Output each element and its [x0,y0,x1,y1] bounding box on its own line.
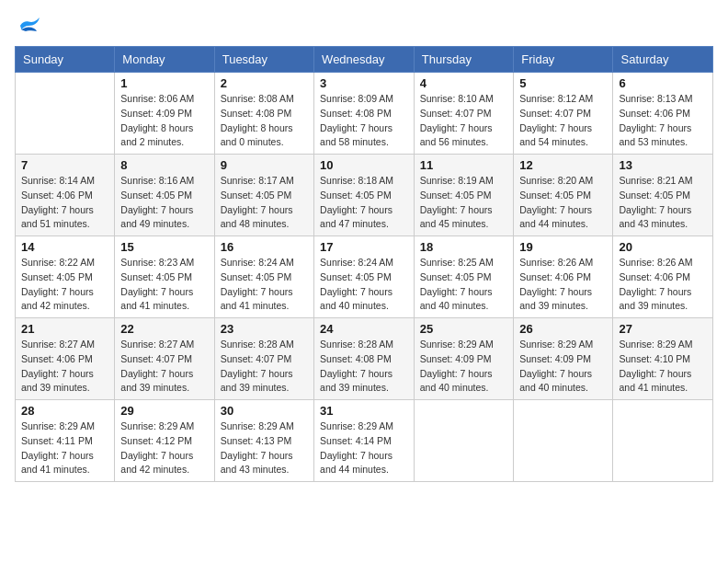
calendar-body: 1Sunrise: 8:06 AMSunset: 4:09 PMDaylight… [16,73,713,482]
calendar-cell: 8Sunrise: 8:16 AMSunset: 4:05 PMDaylight… [115,155,214,236]
weekday-header-friday: Friday [514,47,613,73]
weekday-header-monday: Monday [115,47,214,73]
logo [15,15,46,37]
weekday-header-saturday: Saturday [613,47,713,73]
day-info: Sunrise: 8:28 AMSunset: 4:08 PMDaylight:… [320,338,408,396]
day-info: Sunrise: 8:10 AMSunset: 4:07 PMDaylight:… [420,92,507,150]
calendar-cell [514,400,613,482]
day-info: Sunrise: 8:19 AMSunset: 4:05 PMDaylight:… [420,174,507,232]
day-info: Sunrise: 8:21 AMSunset: 4:05 PMDaylight:… [619,174,707,232]
day-info: Sunrise: 8:28 AMSunset: 4:07 PMDaylight:… [221,338,308,396]
day-info: Sunrise: 8:16 AMSunset: 4:05 PMDaylight:… [120,174,208,232]
calendar-cell: 22Sunrise: 8:27 AMSunset: 4:07 PMDayligh… [115,318,214,400]
day-number: 1 [120,76,208,90]
day-number: 26 [519,322,607,336]
day-number: 21 [21,322,108,336]
weekday-header-wednesday: Wednesday [314,47,415,73]
day-info: Sunrise: 8:22 AMSunset: 4:05 PMDaylight:… [21,256,108,314]
day-info: Sunrise: 8:25 AMSunset: 4:05 PMDaylight:… [420,256,507,314]
calendar-cell: 15Sunrise: 8:23 AMSunset: 4:05 PMDayligh… [115,236,214,318]
day-info: Sunrise: 8:12 AMSunset: 4:07 PMDaylight:… [519,92,607,150]
day-number: 8 [120,158,208,172]
day-number: 10 [320,158,408,172]
day-info: Sunrise: 8:29 AMSunset: 4:10 PMDaylight:… [619,338,707,396]
calendar-week-2: 14Sunrise: 8:22 AMSunset: 4:05 PMDayligh… [16,236,713,318]
day-number: 16 [221,240,308,254]
day-number: 25 [420,322,507,336]
calendar-week-3: 21Sunrise: 8:27 AMSunset: 4:06 PMDayligh… [16,318,713,400]
day-number: 30 [221,404,308,418]
calendar-cell: 31Sunrise: 8:29 AMSunset: 4:14 PMDayligh… [314,400,415,482]
day-number: 20 [619,240,707,254]
weekday-header-sunday: Sunday [16,47,115,73]
calendar-cell: 29Sunrise: 8:29 AMSunset: 4:12 PMDayligh… [115,400,214,482]
calendar-cell: 2Sunrise: 8:08 AMSunset: 4:08 PMDaylight… [214,73,313,155]
calendar-cell: 27Sunrise: 8:29 AMSunset: 4:10 PMDayligh… [613,318,713,400]
day-info: Sunrise: 8:14 AMSunset: 4:06 PMDaylight:… [21,174,108,232]
day-info: Sunrise: 8:27 AMSunset: 4:07 PMDaylight:… [120,338,208,396]
calendar-cell: 1Sunrise: 8:06 AMSunset: 4:09 PMDaylight… [115,73,214,155]
day-number: 18 [420,240,507,254]
calendar-cell: 30Sunrise: 8:29 AMSunset: 4:13 PMDayligh… [214,400,313,482]
day-number: 24 [320,322,408,336]
day-info: Sunrise: 8:18 AMSunset: 4:05 PMDaylight:… [320,174,408,232]
weekday-header-thursday: Thursday [414,47,513,73]
calendar-cell [16,73,115,155]
day-info: Sunrise: 8:13 AMSunset: 4:06 PMDaylight:… [619,92,707,150]
day-info: Sunrise: 8:24 AMSunset: 4:05 PMDaylight:… [221,256,308,314]
day-number: 14 [21,240,108,254]
calendar-week-4: 28Sunrise: 8:29 AMSunset: 4:11 PMDayligh… [16,400,713,482]
day-info: Sunrise: 8:20 AMSunset: 4:05 PMDaylight:… [519,174,607,232]
day-number: 3 [320,76,408,90]
day-info: Sunrise: 8:29 AMSunset: 4:14 PMDaylight:… [320,419,408,477]
calendar-week-1: 7Sunrise: 8:14 AMSunset: 4:06 PMDaylight… [16,155,713,236]
calendar-cell: 3Sunrise: 8:09 AMSunset: 4:08 PMDaylight… [314,73,415,155]
calendar-cell: 14Sunrise: 8:22 AMSunset: 4:05 PMDayligh… [16,236,115,318]
calendar-cell: 6Sunrise: 8:13 AMSunset: 4:06 PMDaylight… [613,73,713,155]
calendar-cell [613,400,713,482]
weekday-header-row: SundayMondayTuesdayWednesdayThursdayFrid… [16,47,713,73]
day-number: 13 [619,158,707,172]
calendar-cell: 12Sunrise: 8:20 AMSunset: 4:05 PMDayligh… [514,155,613,236]
day-number: 27 [619,322,707,336]
day-info: Sunrise: 8:29 AMSunset: 4:09 PMDaylight:… [420,338,507,396]
calendar-cell: 24Sunrise: 8:28 AMSunset: 4:08 PMDayligh… [314,318,415,400]
day-number: 12 [519,158,607,172]
day-info: Sunrise: 8:29 AMSunset: 4:09 PMDaylight:… [519,338,607,396]
day-number: 28 [21,404,108,418]
day-info: Sunrise: 8:29 AMSunset: 4:13 PMDaylight:… [221,419,308,477]
day-info: Sunrise: 8:24 AMSunset: 4:05 PMDaylight:… [320,256,408,314]
day-number: 9 [221,158,308,172]
calendar-cell: 26Sunrise: 8:29 AMSunset: 4:09 PMDayligh… [514,318,613,400]
day-info: Sunrise: 8:06 AMSunset: 4:09 PMDaylight:… [120,92,208,150]
day-number: 31 [320,404,408,418]
day-number: 19 [519,240,607,254]
page-header [15,15,713,37]
calendar-cell [414,400,513,482]
day-number: 11 [420,158,507,172]
day-info: Sunrise: 8:27 AMSunset: 4:06 PMDaylight:… [21,338,108,396]
day-number: 6 [619,76,707,90]
calendar-cell: 28Sunrise: 8:29 AMSunset: 4:11 PMDayligh… [16,400,115,482]
day-number: 2 [221,76,308,90]
calendar-week-0: 1Sunrise: 8:06 AMSunset: 4:09 PMDaylight… [16,73,713,155]
calendar-cell: 25Sunrise: 8:29 AMSunset: 4:09 PMDayligh… [414,318,513,400]
calendar-cell: 7Sunrise: 8:14 AMSunset: 4:06 PMDaylight… [16,155,115,236]
calendar-cell: 19Sunrise: 8:26 AMSunset: 4:06 PMDayligh… [514,236,613,318]
day-number: 15 [120,240,208,254]
calendar-cell: 21Sunrise: 8:27 AMSunset: 4:06 PMDayligh… [16,318,115,400]
day-info: Sunrise: 8:23 AMSunset: 4:05 PMDaylight:… [120,256,208,314]
day-number: 22 [120,322,208,336]
weekday-header-tuesday: Tuesday [214,47,313,73]
day-number: 7 [21,158,108,172]
day-info: Sunrise: 8:29 AMSunset: 4:11 PMDaylight:… [21,419,108,477]
calendar-cell: 17Sunrise: 8:24 AMSunset: 4:05 PMDayligh… [314,236,415,318]
day-number: 17 [320,240,408,254]
day-info: Sunrise: 8:17 AMSunset: 4:05 PMDaylight:… [221,174,308,232]
day-info: Sunrise: 8:09 AMSunset: 4:08 PMDaylight:… [320,92,408,150]
day-number: 5 [519,76,607,90]
day-info: Sunrise: 8:26 AMSunset: 4:06 PMDaylight:… [519,256,607,314]
day-info: Sunrise: 8:26 AMSunset: 4:06 PMDaylight:… [619,256,707,314]
day-info: Sunrise: 8:29 AMSunset: 4:12 PMDaylight:… [120,419,208,477]
calendar-cell: 5Sunrise: 8:12 AMSunset: 4:07 PMDaylight… [514,73,613,155]
